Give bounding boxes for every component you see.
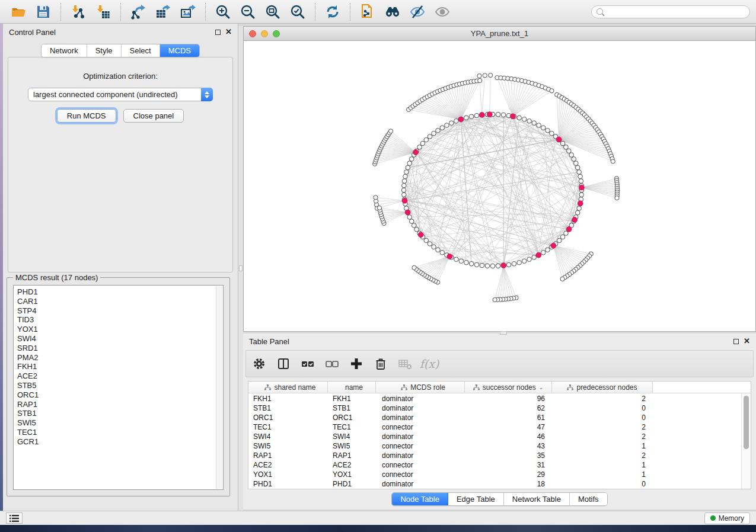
network-node[interactable] <box>401 188 406 193</box>
mcds-node[interactable] <box>479 113 484 118</box>
cell-successor-nodes[interactable]: 46 <box>465 432 552 441</box>
cell-shared-name[interactable]: YOX1 <box>248 470 328 479</box>
network-node[interactable] <box>440 126 445 130</box>
cell-MCDS-role[interactable]: connector <box>376 423 465 431</box>
mcds-node[interactable] <box>536 252 541 258</box>
tab-motifs[interactable]: Motifs <box>570 493 607 505</box>
network-node[interactable] <box>459 259 464 264</box>
network-node[interactable] <box>474 113 479 118</box>
zoom-out-icon[interactable] <box>240 4 256 20</box>
network-node[interactable] <box>420 141 425 146</box>
float-table-panel-icon[interactable] <box>733 339 739 344</box>
settings-icon[interactable] <box>252 357 266 371</box>
close-table-panel-icon[interactable]: ✕ <box>744 338 750 344</box>
cell-shared-name[interactable]: TEC1 <box>248 423 328 431</box>
mcds-node[interactable] <box>418 232 423 238</box>
cell-shared-name[interactable]: STB1 <box>248 404 328 412</box>
network-node[interactable] <box>560 141 565 146</box>
mcds-result-item[interactable]: PMA2 <box>14 353 223 363</box>
tab-node-table[interactable]: Node Table <box>392 493 448 505</box>
network-node[interactable] <box>440 251 445 255</box>
cell-name[interactable]: RAP1 <box>328 451 376 460</box>
cell-predecessor-nodes[interactable]: 0 <box>552 404 653 412</box>
export-image-icon[interactable] <box>180 4 196 20</box>
cell-predecessor-nodes[interactable]: 2 <box>552 432 653 441</box>
save-icon[interactable] <box>36 4 51 20</box>
mcds-result-item[interactable]: STB5 <box>14 381 223 390</box>
mcds-node[interactable] <box>501 263 506 268</box>
mcds-node[interactable] <box>551 243 556 248</box>
optimization-criterion-select[interactable]: largest connected component (undirected) <box>28 88 213 101</box>
export-table-icon[interactable] <box>155 4 171 20</box>
mcds-node[interactable] <box>413 150 419 155</box>
network-node[interactable] <box>522 259 527 264</box>
leaf-node[interactable] <box>489 73 493 77</box>
network-node[interactable] <box>409 157 414 162</box>
cell-MCDS-role[interactable]: dominator <box>376 404 465 412</box>
network-node[interactable] <box>546 128 550 133</box>
cell-name[interactable]: SWI4 <box>328 432 376 441</box>
task-history-button[interactable] <box>6 512 23 524</box>
leaf-node[interactable] <box>374 196 378 200</box>
cell-shared-name[interactable]: PHD1 <box>248 480 328 488</box>
cell-successor-nodes[interactable]: 43 <box>465 442 552 450</box>
close-panel-icon[interactable]: ✕ <box>225 29 232 35</box>
network-node[interactable] <box>407 161 412 166</box>
network-node[interactable] <box>474 262 479 267</box>
float-panel-icon[interactable] <box>215 30 221 35</box>
leaf-node[interactable] <box>477 73 481 78</box>
export-network-icon[interactable] <box>130 4 146 20</box>
cell-shared-name[interactable]: ACE2 <box>248 461 328 469</box>
tab-select[interactable]: Select <box>122 44 160 57</box>
cell-MCDS-role[interactable]: connector <box>376 470 465 479</box>
cell-MCDS-role[interactable]: dominator <box>376 480 465 488</box>
search-box[interactable] <box>591 5 750 18</box>
network-node[interactable] <box>417 145 422 149</box>
network-node[interactable] <box>490 264 495 268</box>
mcds-node[interactable] <box>458 117 464 122</box>
cell-shared-name[interactable]: FKH1 <box>248 395 328 403</box>
network-node[interactable] <box>573 161 578 166</box>
column-header-predecessor-nodes[interactable]: predecessor nodes <box>552 382 653 393</box>
hide-selection-icon[interactable] <box>410 4 425 20</box>
import-network-icon[interactable] <box>71 4 86 20</box>
table-row[interactable]: RAP1RAP1dominator352 <box>248 451 741 460</box>
network-node[interactable] <box>432 131 436 136</box>
mcds-node[interactable] <box>572 217 578 223</box>
network-node[interactable] <box>575 165 580 170</box>
tab-mcds[interactable]: MCDS <box>160 44 199 57</box>
cell-successor-nodes[interactable]: 29 <box>465 470 552 479</box>
network-node[interactable] <box>480 263 484 268</box>
cell-predecessor-nodes[interactable]: 2 <box>552 423 653 431</box>
network-node[interactable] <box>579 179 583 184</box>
cell-MCDS-role[interactable]: dominator <box>376 432 465 441</box>
network-node[interactable] <box>557 238 562 243</box>
network-node[interactable] <box>485 264 490 268</box>
network-node[interactable] <box>532 121 537 126</box>
run-mcds-button[interactable]: Run MCDS <box>57 109 116 123</box>
mcds-node[interactable] <box>487 112 492 117</box>
cell-successor-nodes[interactable]: 31 <box>465 461 552 469</box>
leaf-node[interactable] <box>493 297 497 302</box>
table-row[interactable]: FKH1FKH1dominator962 <box>248 394 741 403</box>
table-panel-grip[interactable] <box>500 331 507 335</box>
cell-shared-name[interactable]: RAP1 <box>248 451 328 460</box>
network-node[interactable] <box>541 251 546 255</box>
table-row[interactable]: SWI5SWI5connector431 <box>248 441 741 451</box>
network-window-titlebar[interactable]: YPA_prune.txt_1 <box>244 27 755 41</box>
zoom-selected-icon[interactable] <box>290 4 305 20</box>
network-node[interactable] <box>572 157 576 162</box>
tab-style[interactable]: Style <box>87 44 122 57</box>
mcds-result-item[interactable]: CAR1 <box>14 297 223 306</box>
network-node[interactable] <box>404 170 409 175</box>
memory-button[interactable]: Memory <box>704 512 750 524</box>
cell-name[interactable]: FKH1 <box>328 395 376 403</box>
mcds-node[interactable] <box>402 198 407 203</box>
column-header-MCDS-role[interactable]: MCDS role <box>376 382 465 393</box>
mcds-result-item[interactable]: STP4 <box>14 306 223 316</box>
cell-name[interactable]: ACE2 <box>328 461 376 469</box>
table-row[interactable]: YOX1YOX1connector291 <box>248 470 741 479</box>
network-node[interactable] <box>527 118 532 123</box>
cell-successor-nodes[interactable]: 62 <box>465 404 552 412</box>
cell-predecessor-nodes[interactable]: 1 <box>552 442 653 450</box>
